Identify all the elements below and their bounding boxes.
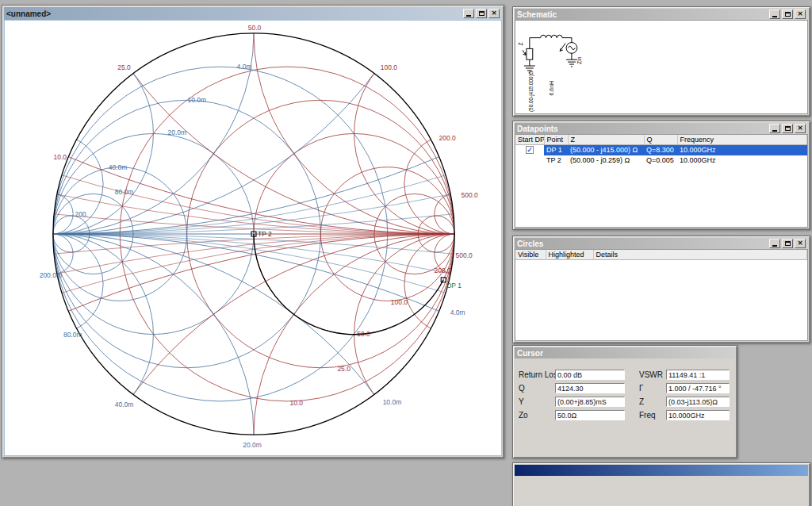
schematic-canvas[interactable]: Z (50.00-j415.000)Ω 6.6nH Zin [515, 20, 808, 114]
chart-axis-label: 80.0m [63, 331, 82, 339]
close-button[interactable]: ✕ [488, 9, 500, 18]
return-loss-label: Return Loss [519, 370, 555, 379]
datapoint-row-tp2[interactable]: TP 2 (50.000 - j0.259) Ω Q=0.005 10.000G… [515, 155, 807, 166]
smith-grid [5, 21, 501, 455]
chart-axis-label: 10.0 [54, 153, 67, 161]
main-window: <unnamed> ✕ 50.025.0100.010.0200.0500.05… [2, 5, 504, 458]
susceptance-arc [5, 234, 501, 455]
schematic-titlebar[interactable]: Schematic ✕ [515, 9, 808, 20]
cursor-window: Cursor Return Loss 0.00 dB VSWR 11149.41… [512, 345, 737, 458]
chart-axis-label: 40.0m [115, 401, 134, 408]
datapoints-header-row: Start DP Point Z Q Frequency [515, 135, 807, 145]
chart-axis-label: 20.0m [243, 441, 262, 449]
freq-field[interactable]: 10.000GHz [666, 410, 730, 420]
chart-axis-label: 10.0m [383, 398, 402, 406]
close-icon: ✕ [798, 125, 803, 132]
minimize-button[interactable] [463, 9, 474, 18]
z-label: Z [639, 397, 666, 406]
restore-icon [785, 12, 791, 17]
datapoints-list: Start DP Point Z Q Frequency ✓ DP 1 (50.… [515, 134, 808, 228]
chart-axis-label: 40.0m [109, 163, 128, 171]
sine-icon [569, 46, 576, 49]
susceptance-arc [5, 21, 254, 234]
col-point[interactable]: Point [544, 135, 568, 145]
cursor-readouts: Return Loss 0.00 dB VSWR 11149.41 :1 Q 4… [515, 358, 735, 456]
marker-label: TP 2 [258, 230, 272, 238]
col-highlighted[interactable]: Highlighted [546, 250, 593, 260]
y-field[interactable]: (0.00+j8.85)mS [555, 397, 625, 407]
datapoints-title: Datapoints [517, 125, 558, 133]
zin-label: Zin [576, 56, 582, 64]
col-frequency[interactable]: Frequency [677, 135, 807, 145]
window-controls: ✕ [462, 9, 500, 18]
cursor-titlebar[interactable]: Cursor [515, 347, 735, 358]
load-impedance-label: (50.00-j415.000)Ω [528, 71, 534, 112]
susceptance-arc [5, 33, 153, 234]
reactance-arc [254, 234, 501, 455]
restore-button[interactable] [476, 9, 487, 18]
minimize-button[interactable] [769, 239, 780, 248]
gamma-field[interactable]: 1.000 / -47.716 ° [666, 383, 730, 393]
zo-field[interactable]: 50.0Ω [555, 410, 625, 420]
start-dp-checkbox[interactable]: ✓ [526, 146, 534, 154]
cursor-title: Cursor [517, 349, 543, 358]
minimize-icon [772, 16, 777, 17]
chart-axis-label: 10.0m [187, 96, 206, 104]
vswr-field[interactable]: 11149.41 :1 [666, 370, 730, 380]
susceptance-arc [5, 234, 454, 455]
zin-arrow-icon [560, 44, 565, 52]
minimize-button[interactable] [769, 124, 780, 133]
chart-axis-label: 20.0m [168, 128, 187, 136]
main-window-titlebar[interactable]: <unnamed> ✕ [4, 7, 502, 20]
susceptance-arc [5, 234, 501, 455]
inductor-value-label: 6.6nH [549, 81, 554, 95]
schematic-title: Schematic [517, 10, 557, 19]
col-q[interactable]: Q [644, 135, 677, 145]
restore-button[interactable] [782, 239, 793, 248]
col-z[interactable]: Z [568, 135, 644, 145]
restore-button[interactable] [782, 10, 793, 19]
load-impedance-box[interactable] [527, 48, 533, 59]
susceptance-arc [5, 234, 501, 455]
restore-button[interactable] [782, 124, 793, 133]
dp-z: (50.000 - j415.000) Ω [568, 145, 644, 155]
circles-list: Visible Highlighted Details [515, 249, 808, 341]
susceptance-arc [5, 21, 454, 234]
reactance-arc [5, 234, 501, 455]
marker-label: DP 1 [446, 282, 462, 289]
chart-axis-label: 500.0 [456, 251, 473, 259]
dp-z: (50.000 - j0.259) Ω [568, 155, 644, 166]
dp-frequency: 10.000GHz [677, 155, 807, 166]
circles-titlebar[interactable]: Circles ✕ [515, 238, 808, 249]
bottom-window-titlebar[interactable] [515, 465, 808, 476]
close-icon: ✕ [798, 11, 803, 17]
chart-axis-label: 200.0 [439, 134, 456, 142]
dp-frequency: 10.000GHz [677, 145, 807, 155]
dp-q: Q=0.005 [644, 155, 677, 166]
zo-label: Zo [519, 411, 555, 420]
inductor-icon[interactable] [541, 35, 563, 37]
circles-title: Circles [517, 240, 543, 248]
minimize-button[interactable] [769, 10, 780, 19]
datapoint-row-dp1[interactable]: ✓ DP 1 (50.000 - j415.000) Ω Q=8.300 10.… [515, 145, 807, 155]
bottom-window-content [515, 476, 808, 506]
col-start-dp[interactable]: Start DP [515, 135, 544, 145]
col-visible[interactable]: Visible [515, 250, 546, 260]
close-icon: ✕ [798, 240, 803, 247]
datapoints-titlebar[interactable]: Datapoints ✕ [515, 123, 808, 134]
close-button[interactable]: ✕ [795, 239, 806, 248]
restore-icon [785, 126, 791, 131]
smith-chart[interactable]: 50.025.0100.010.0200.0500.0500.0200.0100… [5, 21, 501, 455]
schematic-window: Schematic ✕ [512, 6, 810, 117]
q-field[interactable]: 4124.30 [555, 383, 625, 393]
return-loss-field[interactable]: 0.00 dB [555, 370, 625, 380]
chart-axis-label: 50.0 [357, 330, 370, 338]
close-button[interactable]: ✕ [795, 124, 806, 133]
z-field[interactable]: (0.03-j113.05)Ω [666, 397, 730, 407]
smith-chart-area[interactable]: 50.025.0100.010.0200.0500.0500.0200.0100… [4, 20, 502, 456]
col-details[interactable]: Details [593, 250, 807, 260]
chart-axis-label: 100.0 [391, 298, 408, 306]
close-button[interactable]: ✕ [795, 10, 806, 19]
datapoints-window: Datapoints ✕ Start DP Point Z Q Frequenc… [512, 121, 810, 230]
reactance-arc [5, 234, 501, 455]
